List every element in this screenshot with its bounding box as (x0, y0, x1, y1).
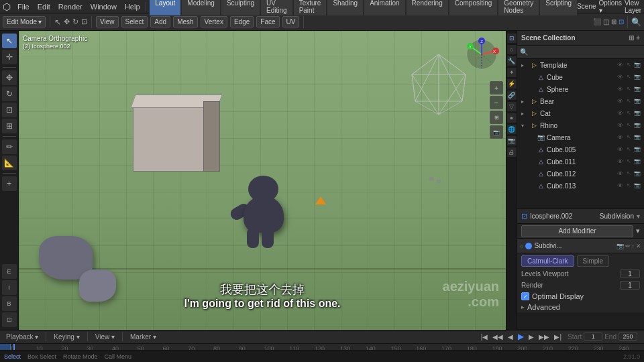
rt-render-btn[interactable]: 📷 (507, 136, 517, 145)
scene-search-input[interactable] (530, 48, 641, 56)
lt-scale-btn[interactable]: ⊡ (2, 103, 17, 117)
tab-texture-paint[interactable]: Texture Paint (294, 0, 327, 15)
vis-render-icon[interactable]: 📷 (633, 146, 641, 153)
menu-render[interactable]: Render (54, 0, 87, 13)
vis-render-icon[interactable]: 📷 (633, 122, 641, 129)
add-menu[interactable]: Add (150, 16, 170, 27)
lt-loop-cut-btn[interactable]: ⊡ (2, 312, 17, 327)
lt-cursor-btn[interactable]: ✛ (2, 50, 17, 64)
tree-item-sphere[interactable]: △ Sphere 👁 ↖ 📷 (517, 83, 644, 95)
tree-item-cube012[interactable]: △ Cube.012 👁 ↖ 📷 (517, 168, 644, 180)
vis-select-icon[interactable]: ↖ (625, 158, 633, 165)
jump-start-btn[interactable]: |◀ (480, 333, 490, 341)
viewport-display-btn2[interactable]: ◫ (603, 18, 609, 25)
levels-viewport-value[interactable]: 1 (620, 269, 640, 278)
tree-item-cube013[interactable]: △ Cube.013 👁 ↖ 📷 (517, 180, 644, 192)
rt-material-btn[interactable]: ● (507, 113, 517, 123)
vis-hide-icon[interactable]: 👁 (616, 98, 624, 105)
mod-move-up-icon[interactable]: ↑ (632, 243, 635, 249)
rt-data-btn[interactable]: ▽ (507, 102, 517, 111)
catmull-clark-tab[interactable]: Catmull-Clark (521, 255, 574, 267)
tab-modeling[interactable]: Modeling (182, 0, 220, 15)
tree-item-cube014[interactable]: △ Cube.014 👁 ↖ 📷 (517, 192, 644, 194)
lt-add-btn[interactable]: + (2, 176, 17, 191)
lt-measure-btn[interactable]: 📐 (2, 156, 17, 170)
tab-uv-editing[interactable]: UV Editing (261, 0, 292, 15)
vis-select-icon[interactable]: ↖ (625, 122, 633, 129)
tree-item-cube005[interactable]: △ Cube.005 👁 ↖ 📷 (517, 143, 644, 156)
vis-hide-icon[interactable]: 👁 (616, 158, 624, 165)
tree-item-rhino[interactable]: ▾ ▷ Rhino 👁 ↖ 📷 (517, 119, 644, 131)
lt-select-btn[interactable]: ↖ (2, 34, 17, 48)
rt-properties-btn[interactable]: ⊡ (507, 34, 517, 43)
tab-sculpting[interactable]: Sculpting (221, 0, 260, 15)
options-btn[interactable]: Options ▾ (599, 0, 622, 14)
menu-edit[interactable]: Edit (34, 0, 54, 13)
prev-frame-btn[interactable]: ◀◀ (491, 333, 504, 341)
tab-geometry-nodes[interactable]: Geometry Nodes (498, 0, 539, 15)
view-menu[interactable]: View (96, 16, 119, 27)
tree-item-bear[interactable]: ▸ ▷ Bear 👁 ↖ 📷 (517, 95, 644, 107)
vis-select-icon[interactable]: ↖ (625, 134, 633, 141)
rt-constraints-btn[interactable]: 🔗 (507, 90, 517, 100)
mesh-menu[interactable]: Mesh (173, 16, 197, 27)
vis-select-icon[interactable]: ↖ (625, 62, 633, 68)
viewport-display-btn1[interactable]: ⬛ (593, 18, 601, 25)
menu-window[interactable]: Window (87, 0, 121, 13)
tree-item-camera[interactable]: 📷 Camera 👁 ↖ 📷 (517, 131, 644, 143)
menu-file[interactable]: File (13, 0, 34, 13)
lt-rotate-btn[interactable]: ↻ (2, 86, 17, 101)
vis-render-icon[interactable]: 📷 (633, 134, 641, 141)
vis-hide-icon[interactable]: 👁 (616, 62, 624, 68)
uv-menu[interactable]: UV (282, 16, 300, 27)
vis-select-icon[interactable]: ↖ (625, 98, 633, 105)
vis-hide-icon[interactable]: 👁 (616, 134, 624, 141)
lt-transform-btn[interactable]: ⊞ (2, 119, 17, 133)
viewport-gizmo[interactable]: X Y Z (464, 36, 500, 73)
prev-keyframe-btn[interactable]: ◀ (506, 333, 515, 341)
tab-scripting[interactable]: Scripting (540, 0, 577, 15)
viewport-display-btn3[interactable]: ⊞ (611, 18, 616, 25)
vis-select-icon[interactable]: ↖ (625, 74, 633, 80)
add-modifier-arrow[interactable]: ▾ (636, 227, 640, 235)
vis-select-icon[interactable]: ↖ (625, 146, 633, 153)
vis-render-icon[interactable]: 📷 (633, 86, 641, 93)
tab-rendering[interactable]: Rendering (407, 0, 448, 15)
new-collection-icon[interactable]: + (636, 34, 640, 42)
camera-view-btn[interactable]: 📷 (490, 125, 503, 139)
lt-inset-btn[interactable]: I (2, 280, 17, 295)
lt-bevel-btn[interactable]: B (2, 296, 17, 311)
vis-select-icon[interactable]: ↖ (625, 110, 633, 117)
vis-hide-icon[interactable]: 👁 (616, 170, 624, 177)
tl-marker-btn[interactable]: Marker ▾ (127, 333, 160, 341)
mod-edit-icon[interactable]: ✏ (625, 243, 631, 249)
rt-modifier-btn[interactable]: 🔧 (507, 56, 517, 66)
edge-menu[interactable]: Edge (230, 16, 254, 27)
start-frame-input[interactable]: 1 (584, 333, 602, 341)
vis-hide-icon[interactable]: 👁 (616, 182, 624, 189)
face-menu[interactable]: Face (256, 16, 279, 27)
vis-render-icon[interactable]: 📷 (633, 170, 641, 177)
advanced-arrow[interactable]: ▸ (521, 304, 525, 310)
vis-render-icon[interactable]: 📷 (633, 110, 641, 117)
vis-hide-icon[interactable]: 👁 (616, 86, 624, 93)
tree-item-template[interactable]: ▸ ▷ Template 👁 ↖ 📷 (517, 59, 644, 71)
rt-physics-btn[interactable]: ⚡ (507, 79, 517, 88)
simple-tab[interactable]: Simple (577, 255, 610, 267)
tab-layout[interactable]: Layout (150, 0, 180, 15)
rt-output-btn[interactable]: 🖨 (507, 147, 517, 157)
tree-item-cube[interactable]: △ Cube 👁 ↖ 📷 (517, 71, 644, 83)
tab-animation[interactable]: Animation (364, 0, 405, 15)
mod-vis-icon[interactable]: ○ (520, 243, 523, 249)
lt-extrude-btn[interactable]: E (2, 264, 17, 279)
rt-particles-btn[interactable]: ✦ (507, 68, 517, 77)
search-btn[interactable]: 🔍 (631, 17, 641, 27)
select-menu[interactable]: Select (121, 16, 148, 27)
render-value[interactable]: 1 (620, 281, 640, 290)
zoom-in-btn[interactable]: + (490, 81, 503, 95)
rt-world-btn[interactable]: 🌐 (507, 125, 517, 134)
lt-move-btn[interactable]: ✥ (2, 70, 17, 85)
vis-render-icon[interactable]: 📷 (633, 158, 641, 165)
next-frame-btn[interactable]: ▶▶ (537, 333, 551, 341)
view-3d-btn[interactable]: ⊞ (490, 111, 503, 124)
